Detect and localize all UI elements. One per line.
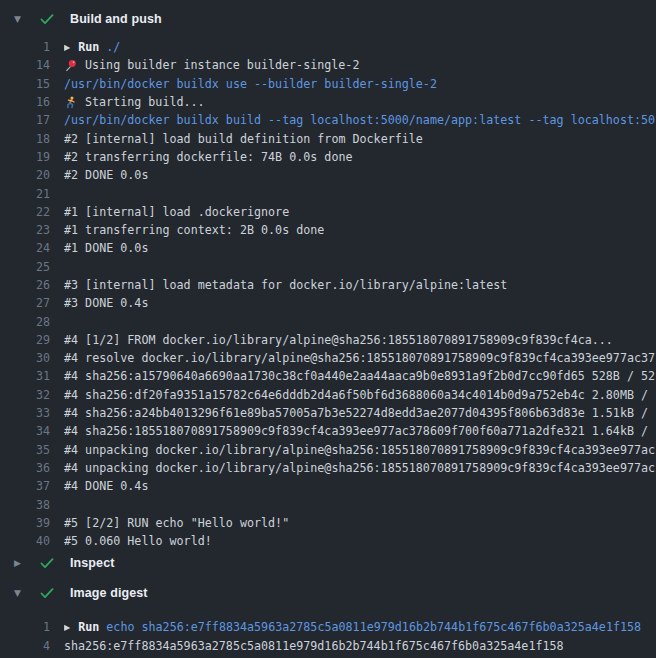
log-line-content: #3 [internal] load metadata for docker.i… — [64, 278, 656, 292]
log-line-content: #2 [internal] load build definition from… — [64, 132, 656, 146]
line-number[interactable]: 34 — [0, 424, 50, 438]
line-number[interactable]: 30 — [0, 351, 50, 365]
log-line: 24#1 DONE 0.0s — [0, 239, 656, 257]
log-line: 33#4 sha256:a24bb4013296f61e89ba57005a7b… — [0, 404, 656, 422]
log-line-content: Using builder instance builder-single-2 — [64, 58, 656, 72]
expand-line-group-icon[interactable]: ▶ — [64, 623, 70, 632]
chevron-down-icon: ▼ — [14, 15, 27, 24]
log-text-plain: #3 DONE 0.4s — [64, 296, 148, 310]
log-line: 35#4 unpacking docker.io/library/alpine@… — [0, 441, 656, 459]
log-line-content: #4 sha256:df20fa9351a15782c64e6dddb2d4a6… — [64, 388, 656, 402]
log-block-image-digest: 1▶Run echo sha256:e7ff8834a5963a2785c5a0… — [0, 606, 656, 655]
log-line: 29#4 [1/2] FROM docker.io/library/alpine… — [0, 331, 656, 349]
chevron-right-icon: ▶ — [14, 559, 27, 568]
line-number[interactable]: 23 — [0, 223, 50, 237]
log-line: 34#4 sha256:185518070891758909c9f839cf4c… — [0, 422, 656, 440]
log-line-content: #5 [2/2] RUN echo "Hello world!" — [64, 516, 656, 530]
log-line-content: ▶Run echo sha256:e7ff8834a5963a2785c5a08… — [64, 620, 656, 634]
line-number[interactable]: 36 — [0, 461, 50, 475]
expand-line-group-icon[interactable]: ▶ — [64, 43, 70, 52]
log-text-plain: #2 [internal] load build definition from… — [64, 132, 423, 146]
log-text-plain: #4 sha256:a15790640a6690aa1730c38cf0a440… — [64, 369, 655, 383]
log-line: 40#5 0.060 Hello world! — [0, 532, 656, 550]
log-text-plain: #4 sha256:df20fa9351a15782c64e6dddb2d4a6… — [64, 388, 655, 402]
line-number[interactable]: 28 — [0, 315, 50, 329]
section-header-image-digest[interactable]: ▼Image digest — [0, 580, 656, 606]
log-line: 25 — [0, 258, 656, 276]
log-line-content: #4 unpacking docker.io/library/alpine@sh… — [64, 461, 656, 475]
log-line-content: #4 resolve docker.io/library/alpine@sha2… — [64, 351, 656, 365]
line-number[interactable]: 15 — [0, 77, 50, 91]
log-text-cmd: /usr/bin/docker buildx use --builder bui… — [64, 77, 437, 91]
workflow-log-viewer: ▼Build and push1▶Run ./14Using builder i… — [0, 0, 656, 658]
chevron-down-icon: ▼ — [14, 589, 27, 598]
log-line-content: #1 transferring context: 2B 0.0s done — [64, 223, 656, 237]
line-number[interactable]: 37 — [0, 479, 50, 493]
log-line: 32#4 sha256:df20fa9351a15782c64e6dddb2d4… — [0, 386, 656, 404]
success-check-icon — [40, 588, 56, 599]
line-number[interactable]: 38 — [0, 498, 50, 512]
line-number[interactable]: 39 — [0, 516, 50, 530]
line-number[interactable]: 18 — [0, 132, 50, 146]
log-line: 22#1 [internal] load .dockerignore — [0, 203, 656, 221]
line-number[interactable]: 4 — [0, 639, 50, 653]
line-number[interactable]: 1 — [0, 40, 50, 54]
log-text-cmd: echo sha256:e7ff8834a5963a2785c5a0811e97… — [106, 620, 641, 634]
line-number[interactable]: 33 — [0, 406, 50, 420]
log-line-content: #4 unpacking docker.io/library/alpine@sh… — [64, 443, 656, 457]
line-number[interactable]: 22 — [0, 205, 50, 219]
line-number[interactable]: 32 — [0, 388, 50, 402]
log-line: 19#2 transferring dockerfile: 74B 0.0s d… — [0, 148, 656, 166]
log-line-content: #1 [internal] load .dockerignore — [64, 205, 656, 219]
log-line: 26#3 [internal] load metadata for docker… — [0, 276, 656, 294]
log-text-cmd: /usr/bin/docker buildx build --tag local… — [64, 113, 655, 127]
line-number[interactable]: 31 — [0, 369, 50, 383]
line-number[interactable]: 14 — [0, 58, 50, 72]
line-number[interactable]: 35 — [0, 443, 50, 457]
log-line: 31#4 sha256:a15790640a6690aa1730c38cf0a4… — [0, 367, 656, 385]
line-number[interactable]: 21 — [0, 187, 50, 201]
section-title: Inspect — [70, 556, 114, 570]
log-text-plain: #4 unpacking docker.io/library/alpine@sh… — [64, 461, 655, 475]
line-number[interactable]: 17 — [0, 113, 50, 127]
success-check-icon — [40, 558, 56, 569]
line-number[interactable]: 19 — [0, 150, 50, 164]
log-text-plain: #1 transferring context: 2B 0.0s done — [64, 223, 324, 237]
line-number[interactable]: 20 — [0, 168, 50, 182]
log-line-content: #3 DONE 0.4s — [64, 296, 656, 310]
log-line: 1▶Run ./ — [0, 38, 656, 56]
log-text-plain: #3 [internal] load metadata for docker.i… — [64, 278, 507, 292]
log-line: 15/usr/bin/docker buildx use --builder b… — [0, 75, 656, 93]
log-line-content: #4 DONE 0.4s — [64, 479, 656, 493]
log-line: 39#5 [2/2] RUN echo "Hello world!" — [0, 514, 656, 532]
log-line-content: #2 DONE 0.0s — [64, 168, 656, 182]
line-number[interactable]: 26 — [0, 278, 50, 292]
log-line: 14Using builder instance builder-single-… — [0, 56, 656, 74]
log-line-content: ▶Run ./ — [64, 40, 656, 54]
line-number[interactable]: 1 — [0, 620, 50, 634]
log-text-plain: Using builder instance builder-single-2 — [85, 58, 359, 72]
log-line-content: #2 transferring dockerfile: 74B 0.0s don… — [64, 150, 656, 164]
log-line: 17/usr/bin/docker buildx build --tag loc… — [0, 111, 656, 129]
section-title: Build and push — [70, 12, 162, 26]
line-number[interactable]: 27 — [0, 296, 50, 310]
log-line: 21 — [0, 184, 656, 202]
pushpin-icon — [64, 59, 77, 72]
section-header-inspect[interactable]: ▶Inspect — [0, 550, 656, 576]
log-text-plain: #1 DONE 0.0s — [64, 241, 148, 255]
log-text-plain: #4 DONE 0.4s — [64, 479, 148, 493]
log-text-cmd: ./ — [106, 40, 120, 54]
line-number[interactable]: 24 — [0, 241, 50, 255]
line-number[interactable]: 16 — [0, 95, 50, 109]
log-line: 18#2 [internal] load build definition fr… — [0, 129, 656, 147]
line-number[interactable]: 40 — [0, 534, 50, 548]
log-line-content: Starting build... — [64, 95, 656, 109]
log-text-plain: sha256:e7ff8834a5963a2785c5a0811e979d16b… — [64, 639, 564, 653]
section-header-build-and-push[interactable]: ▼Build and push — [0, 6, 656, 32]
log-line: 36#4 unpacking docker.io/library/alpine@… — [0, 459, 656, 477]
line-number[interactable]: 29 — [0, 333, 50, 347]
log-line: 37#4 DONE 0.4s — [0, 477, 656, 495]
section-title: Image digest — [70, 586, 148, 600]
log-line: 20#2 DONE 0.0s — [0, 166, 656, 184]
line-number[interactable]: 25 — [0, 260, 50, 274]
